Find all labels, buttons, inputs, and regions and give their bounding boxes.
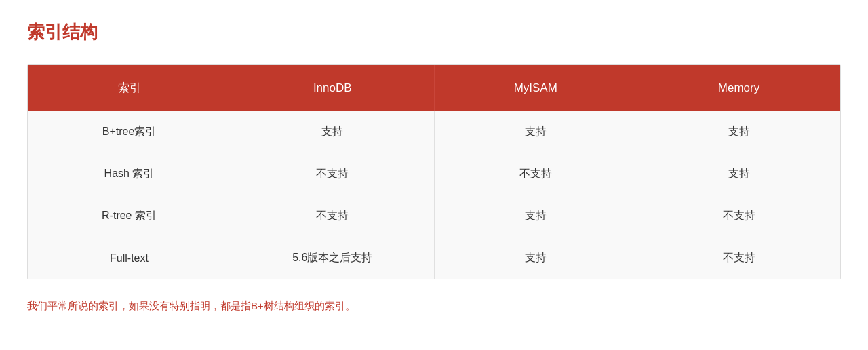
footer-note: 我们平常所说的索引，如果没有特别指明，都是指B+树结构组织的索引。 xyxy=(27,300,841,313)
cell-row2-myisam: 支持 xyxy=(434,195,637,237)
col-header-memory: Memory xyxy=(637,65,841,111)
cell-row3-memory: 不支持 xyxy=(637,237,841,279)
table-row: Full-text5.6版本之后支持支持不支持 xyxy=(28,237,840,279)
page-title: 索引结构 xyxy=(27,20,841,44)
index-structure-table: 索引 InnoDB MyISAM Memory B+tree索引支持支持支持Ha… xyxy=(27,64,841,279)
cell-row3-index: Full-text xyxy=(28,237,231,279)
cell-row2-innodb: 不支持 xyxy=(231,195,435,237)
cell-row1-memory: 支持 xyxy=(637,153,841,195)
table-row: R-tree 索引不支持支持不支持 xyxy=(28,195,840,237)
cell-row2-index: R-tree 索引 xyxy=(28,195,231,237)
cell-row1-index: Hash 索引 xyxy=(28,153,231,195)
table-header-row: 索引 InnoDB MyISAM Memory xyxy=(28,65,840,111)
col-header-myisam: MyISAM xyxy=(434,65,637,111)
cell-row3-innodb: 5.6版本之后支持 xyxy=(231,237,435,279)
table-row: B+tree索引支持支持支持 xyxy=(28,111,840,153)
cell-row0-innodb: 支持 xyxy=(231,111,435,153)
table-row: Hash 索引不支持不支持支持 xyxy=(28,153,840,195)
col-header-index: 索引 xyxy=(28,65,231,111)
cell-row3-myisam: 支持 xyxy=(434,237,637,279)
cell-row0-myisam: 支持 xyxy=(434,111,637,153)
cell-row1-innodb: 不支持 xyxy=(231,153,435,195)
col-header-innodb: InnoDB xyxy=(231,65,435,111)
cell-row2-memory: 不支持 xyxy=(637,195,841,237)
cell-row0-memory: 支持 xyxy=(637,111,841,153)
cell-row0-index: B+tree索引 xyxy=(28,111,231,153)
cell-row1-myisam: 不支持 xyxy=(434,153,637,195)
